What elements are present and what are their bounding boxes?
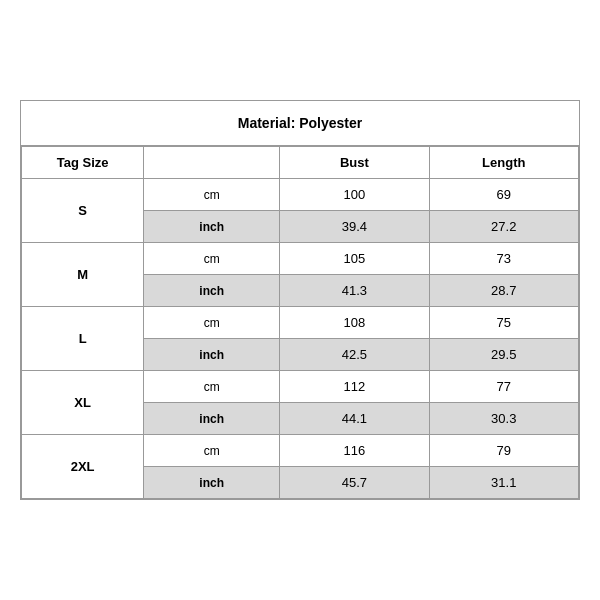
inch-bust-value: 44.1 xyxy=(280,403,429,435)
cm-length-value: 73 xyxy=(429,243,578,275)
table-row: 2XLcm11679 xyxy=(22,435,579,467)
unit-cm: cm xyxy=(144,371,280,403)
table-row: Scm10069 xyxy=(22,179,579,211)
header-tag-size: Tag Size xyxy=(22,147,144,179)
table-row: Lcm10875 xyxy=(22,307,579,339)
cm-length-value: 77 xyxy=(429,371,578,403)
cm-bust-value: 116 xyxy=(280,435,429,467)
unit-inch: inch xyxy=(144,275,280,307)
unit-cm: cm xyxy=(144,243,280,275)
size-label-xl: XL xyxy=(22,371,144,435)
size-label-l: L xyxy=(22,307,144,371)
unit-cm: cm xyxy=(144,179,280,211)
cm-bust-value: 100 xyxy=(280,179,429,211)
header-bust: Bust xyxy=(280,147,429,179)
table-row: XLcm11277 xyxy=(22,371,579,403)
inch-length-value: 29.5 xyxy=(429,339,578,371)
inch-bust-value: 41.3 xyxy=(280,275,429,307)
unit-inch: inch xyxy=(144,467,280,499)
table-header-row: Tag Size Bust Length xyxy=(22,147,579,179)
inch-length-value: 28.7 xyxy=(429,275,578,307)
unit-cm: cm xyxy=(144,435,280,467)
cm-bust-value: 112 xyxy=(280,371,429,403)
cm-length-value: 79 xyxy=(429,435,578,467)
cm-bust-value: 108 xyxy=(280,307,429,339)
unit-inch: inch xyxy=(144,403,280,435)
inch-bust-value: 42.5 xyxy=(280,339,429,371)
size-label-m: M xyxy=(22,243,144,307)
header-length: Length xyxy=(429,147,578,179)
inch-length-value: 27.2 xyxy=(429,211,578,243)
inch-bust-value: 45.7 xyxy=(280,467,429,499)
cm-length-value: 69 xyxy=(429,179,578,211)
unit-inch: inch xyxy=(144,211,280,243)
inch-length-value: 30.3 xyxy=(429,403,578,435)
cm-bust-value: 105 xyxy=(280,243,429,275)
header-unit-spacer xyxy=(144,147,280,179)
size-label-s: S xyxy=(22,179,144,243)
size-label-2xl: 2XL xyxy=(22,435,144,499)
inch-bust-value: 39.4 xyxy=(280,211,429,243)
chart-title: Material: Polyester xyxy=(21,101,579,146)
inch-length-value: 31.1 xyxy=(429,467,578,499)
cm-length-value: 75 xyxy=(429,307,578,339)
unit-inch: inch xyxy=(144,339,280,371)
unit-cm: cm xyxy=(144,307,280,339)
size-table: Tag Size Bust Length Scm10069inch39.427.… xyxy=(21,146,579,499)
table-row: Mcm10573 xyxy=(22,243,579,275)
size-chart-container: Material: Polyester Tag Size Bust Length… xyxy=(20,100,580,500)
